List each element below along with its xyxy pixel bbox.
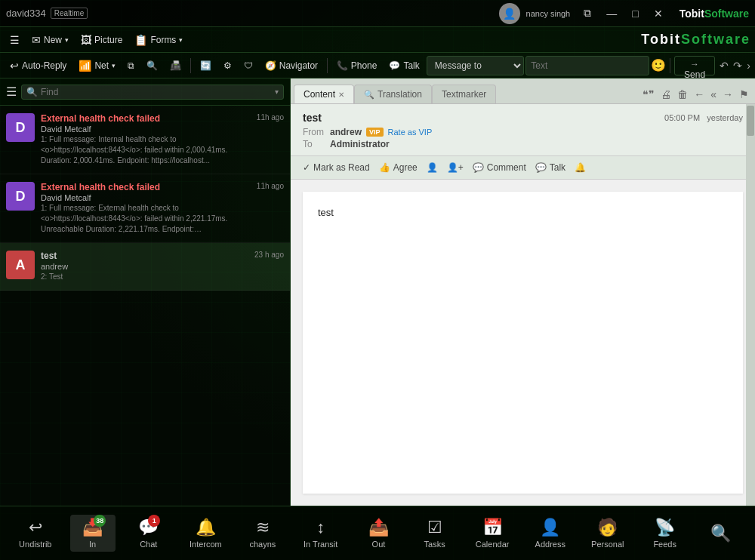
message-from: David Metcalf bbox=[41, 193, 251, 202]
navigator-icon: 🧭 bbox=[265, 60, 276, 71]
back-icon[interactable]: ← bbox=[694, 88, 704, 100]
intercom-icon: 🔔 bbox=[196, 518, 216, 537]
undistrib-label: Undistrib bbox=[19, 540, 51, 549]
navigator-button[interactable]: 🧭 Navigator bbox=[260, 58, 323, 73]
auto-reply-button[interactable]: ↩ Auto-Reply bbox=[5, 57, 72, 74]
bottom-item-tasks[interactable]: ☑ Tasks bbox=[412, 515, 458, 552]
brand-right: TobitSoftware bbox=[641, 32, 750, 48]
message-to-select[interactable]: Message to bbox=[427, 56, 524, 75]
message-time: 11h ago bbox=[257, 113, 284, 122]
new-button[interactable]: ✉ New ▾ bbox=[26, 32, 74, 48]
settings-button[interactable]: ⚙ bbox=[218, 58, 237, 73]
bottom-item-search[interactable]: 🔍 bbox=[698, 521, 744, 546]
in-badge: 38 bbox=[94, 515, 106, 527]
bottom-item-out[interactable]: 📤 Out bbox=[356, 515, 401, 552]
emoji-button[interactable]: 🙂 bbox=[651, 58, 666, 72]
tab-translation[interactable]: 🔍 Translation bbox=[354, 85, 432, 103]
message-preview: 2: Test bbox=[41, 272, 248, 282]
message-body: test bbox=[291, 180, 755, 506]
address-icon: 👤 bbox=[540, 518, 560, 537]
print-icon[interactable]: 🖨 bbox=[661, 88, 671, 100]
comment-button[interactable]: 💬 Comment bbox=[473, 162, 526, 173]
find-input[interactable] bbox=[41, 87, 272, 97]
in-label: In bbox=[89, 540, 96, 549]
bottom-item-chayns[interactable]: ≋ chayns bbox=[240, 515, 285, 552]
username: nancy singh bbox=[526, 9, 571, 18]
back-all-icon[interactable]: « bbox=[710, 88, 716, 100]
undo-icon[interactable]: ↶ bbox=[720, 60, 729, 72]
hamburger-menu[interactable]: ☰ bbox=[5, 32, 25, 48]
agree-button[interactable]: 👍 Agree bbox=[379, 162, 418, 173]
bottom-item-in-transit[interactable]: ↕ In Transit bbox=[296, 515, 345, 552]
maximize-button[interactable]: □ bbox=[627, 6, 643, 21]
separator2 bbox=[327, 58, 328, 73]
dropdown-icon2: ▾ bbox=[179, 36, 183, 44]
mark-as-read-button[interactable]: ✓ Mark as Read bbox=[303, 162, 370, 173]
shield-button[interactable]: 🛡 bbox=[239, 58, 258, 73]
text-input[interactable] bbox=[525, 56, 649, 75]
phone-icon: 📞 bbox=[337, 60, 348, 71]
minimize-button[interactable]: — bbox=[602, 6, 621, 21]
bell-button[interactable]: 🔔 bbox=[575, 162, 586, 173]
list-item[interactable]: D External health check failed David Met… bbox=[0, 174, 290, 243]
net-button[interactable]: 📶 Net ▾ bbox=[73, 57, 121, 74]
chat-badge: 1 bbox=[148, 515, 160, 527]
flag-icon[interactable]: ⚑ bbox=[739, 88, 749, 100]
separator1 bbox=[190, 58, 191, 73]
message-content: External health check failed David Metca… bbox=[41, 113, 251, 166]
rate-vip-button[interactable]: Rate as VIP bbox=[388, 128, 433, 137]
bottom-item-calendar[interactable]: 📅 Calendar bbox=[468, 515, 517, 552]
forward-icon[interactable]: → bbox=[723, 88, 733, 100]
bottom-item-intercom[interactable]: 🔔 Intercom bbox=[182, 515, 230, 552]
list-hamburger-icon[interactable]: ☰ bbox=[6, 85, 17, 99]
in-transit-label: In Transit bbox=[304, 540, 337, 549]
personal-label: Personal bbox=[591, 540, 624, 549]
tab-close-icon[interactable]: ✕ bbox=[338, 91, 344, 99]
sync-icon: 🔄 bbox=[200, 60, 211, 71]
chayns-label: chayns bbox=[249, 540, 276, 549]
comment-icon: 💬 bbox=[473, 162, 484, 173]
filter-button[interactable]: ⧉ bbox=[122, 58, 140, 73]
brand-logo: TobitSoftware bbox=[680, 8, 749, 20]
realtime-badge: Realtime bbox=[51, 8, 88, 19]
add-person-button[interactable]: 👤+ bbox=[447, 162, 464, 173]
close-button[interactable]: ✕ bbox=[649, 6, 667, 21]
search-button[interactable]: 🔍 bbox=[141, 58, 163, 73]
more-icon[interactable]: › bbox=[747, 60, 750, 72]
phone-button[interactable]: 📞 Phone bbox=[331, 58, 383, 73]
scan-icon: 📠 bbox=[170, 60, 181, 71]
delete-icon[interactable]: 🗑 bbox=[677, 88, 688, 100]
tab-textmarker[interactable]: Textmarker bbox=[432, 85, 496, 103]
find-dropdown-icon[interactable]: ▾ bbox=[275, 88, 279, 96]
person-icon-btn[interactable]: 👤 bbox=[427, 162, 438, 173]
bottom-item-undistrib[interactable]: ↩ Undistrib bbox=[11, 515, 59, 552]
restore-button[interactable]: ⧉ bbox=[579, 5, 596, 21]
calendar-icon: 📅 bbox=[482, 518, 503, 537]
list-item[interactable]: D External health check failed David Met… bbox=[0, 106, 290, 174]
talk-button[interactable]: 💬 Talk bbox=[384, 58, 424, 73]
message-body-text: test bbox=[318, 207, 728, 218]
out-label: Out bbox=[372, 540, 386, 549]
list-item[interactable]: A test andrew 2: Test 23 h ago bbox=[0, 243, 290, 291]
quote-icon[interactable]: ❝❞ bbox=[643, 88, 655, 100]
send-arrow-icon: → bbox=[690, 59, 699, 69]
tab-content[interactable]: Content ✕ bbox=[294, 85, 354, 103]
scrollbar[interactable] bbox=[746, 104, 755, 506]
bottom-item-in[interactable]: 📥 38 In bbox=[70, 515, 116, 552]
avatar: D bbox=[6, 113, 35, 142]
bottom-item-feeds[interactable]: 📡 Feeds bbox=[643, 515, 688, 552]
picture-button[interactable]: 🖼 Picture bbox=[76, 32, 128, 48]
message-subject: test bbox=[41, 251, 248, 261]
filter-icon: ⧉ bbox=[128, 60, 134, 71]
bottom-item-address[interactable]: 👤 Address bbox=[528, 515, 573, 552]
forms-button[interactable]: 📋 Forms ▾ bbox=[129, 32, 188, 48]
talk-action-button[interactable]: 💬 Talk bbox=[535, 162, 565, 173]
bottom-item-chat[interactable]: 💬 1 Chat bbox=[126, 515, 171, 552]
scan-button[interactable]: 📠 bbox=[165, 58, 186, 73]
bottom-item-personal[interactable]: 🧑 Personal bbox=[584, 515, 631, 552]
sync-button[interactable]: 🔄 bbox=[195, 58, 217, 73]
person-icon: 👤 bbox=[427, 162, 438, 173]
net-dropdown-icon: ▾ bbox=[112, 62, 116, 69]
redo-icon[interactable]: ↷ bbox=[733, 60, 742, 72]
send-button[interactable]: → Send bbox=[674, 56, 715, 75]
